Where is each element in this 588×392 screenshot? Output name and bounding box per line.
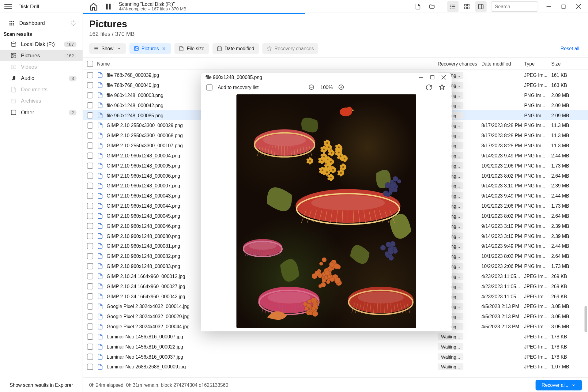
file-name: file 960x1248_000042.png <box>107 103 163 108</box>
sidebar-item-documents[interactable]: Documents <box>0 84 83 95</box>
file-size: 1.73 MB <box>551 263 583 269</box>
table-row[interactable]: Luminar Neo 1456x816_000007.jpgWaiting..… <box>83 331 588 341</box>
row-checkbox[interactable] <box>87 213 93 219</box>
row-checkbox[interactable] <box>87 313 93 319</box>
sliders-icon <box>93 46 99 51</box>
pause-button[interactable] <box>104 2 113 11</box>
sidebar-item-pictures[interactable]: Pictures162 <box>0 50 83 61</box>
date-modified: 9/14/2023 3:10 PM <box>481 223 524 228</box>
zoom-out-button[interactable] <box>307 83 316 92</box>
preview-minimize[interactable] <box>417 73 425 82</box>
file-size: 3.05 MB <box>551 324 583 329</box>
row-checkbox[interactable] <box>87 353 93 360</box>
window-maximize[interactable] <box>557 1 570 12</box>
table-row[interactable]: Luminar Neo 1456x816_000037.jpgWaiting..… <box>83 352 588 362</box>
col-size[interactable]: Size <box>551 61 583 66</box>
sidebar-item-videos[interactable]: Videos <box>0 61 83 73</box>
recovery-status: Waiting... <box>438 353 464 360</box>
scrollbar[interactable] <box>585 306 587 332</box>
reset-filters[interactable]: Reset all <box>560 46 582 51</box>
toolbar-file-button[interactable] <box>412 1 424 12</box>
svg-point-377 <box>340 155 341 157</box>
row-checkbox[interactable] <box>87 142 93 149</box>
row-checkbox[interactable] <box>87 152 93 158</box>
filter-filesize[interactable]: File size <box>175 43 209 54</box>
filter-pictures[interactable]: Pictures <box>129 43 171 54</box>
row-checkbox[interactable] <box>87 112 93 118</box>
svg-point-35 <box>14 79 15 80</box>
row-checkbox[interactable] <box>87 323 93 330</box>
col-name[interactable]: Name↓ <box>97 61 438 66</box>
row-checkbox[interactable] <box>87 132 93 138</box>
file-name: GIMP 2.10 2550x3300_000068.png <box>107 133 183 138</box>
row-checkbox[interactable] <box>87 293 93 299</box>
row-checkbox[interactable] <box>87 253 93 259</box>
col-type[interactable]: Type <box>524 61 552 66</box>
view-grid-button[interactable] <box>461 1 473 12</box>
row-checkbox[interactable] <box>87 72 93 78</box>
row-checkbox[interactable] <box>87 203 93 209</box>
show-in-explorer[interactable]: Show scan results in Explorer <box>0 378 83 392</box>
row-checkbox[interactable] <box>87 183 93 189</box>
row-checkbox[interactable] <box>87 364 93 370</box>
row-checkbox[interactable] <box>87 333 93 339</box>
row-checkbox[interactable] <box>87 283 93 289</box>
row-checkbox[interactable] <box>87 223 93 229</box>
svg-point-31 <box>12 54 13 55</box>
file-size: 1.07 MB <box>551 364 583 369</box>
sidebar-item-other[interactable]: Other2 <box>0 107 83 118</box>
svg-point-409 <box>347 107 352 112</box>
preview-window[interactable]: file 960x1248_000085.png Add to recovery… <box>201 73 452 331</box>
filter-recovery[interactable]: Recovery chances <box>262 43 318 54</box>
select-all-checkbox[interactable] <box>87 61 93 67</box>
toolbar-folder-button[interactable] <box>426 1 438 12</box>
row-checkbox[interactable] <box>87 233 93 239</box>
col-date[interactable]: Date modified <box>481 61 524 66</box>
menu-button[interactable] <box>4 2 12 10</box>
row-checkbox[interactable] <box>87 92 93 98</box>
svg-point-205 <box>322 257 326 262</box>
file-type: JPEG Im... <box>524 72 552 77</box>
pin-button[interactable] <box>438 83 447 92</box>
sidebar-item-archives[interactable]: Archives <box>0 95 83 107</box>
date-modified: 9/14/2023 3:10 PM <box>481 233 524 239</box>
window-close[interactable] <box>572 1 585 12</box>
view-list-button[interactable] <box>447 1 458 12</box>
view-preview-button[interactable] <box>475 1 487 12</box>
zoom-in-button[interactable] <box>337 83 346 92</box>
search-box[interactable] <box>491 1 538 12</box>
filter-date[interactable]: Date modified <box>212 43 258 54</box>
row-checkbox[interactable] <box>87 263 93 269</box>
sidebar-dashboard[interactable]: Dashboard <box>0 17 83 29</box>
row-checkbox[interactable] <box>87 102 93 108</box>
window-minimize[interactable] <box>543 1 555 12</box>
row-checkbox[interactable] <box>87 343 93 349</box>
file-type: JPEG Im... <box>524 284 552 289</box>
row-checkbox[interactable] <box>87 162 93 168</box>
recover-all-button[interactable]: Recover all... <box>535 380 582 390</box>
row-checkbox[interactable] <box>87 82 93 88</box>
row-checkbox[interactable] <box>87 303 93 309</box>
table-row[interactable]: Luminar Neo 2688x2688_000009.jpgWaiting.… <box>83 362 588 372</box>
svg-rect-28 <box>13 24 14 25</box>
file-type: PNG Im... <box>524 123 552 128</box>
table-row[interactable]: Luminar Neo 1456x816_000022.jpgWaiting..… <box>83 341 588 352</box>
rotate-button[interactable] <box>424 83 433 92</box>
preview-close[interactable] <box>439 73 448 82</box>
preview-maximize[interactable] <box>428 73 437 82</box>
home-button[interactable] <box>89 2 98 11</box>
add-recovery-checkbox[interactable] <box>206 84 213 90</box>
col-recovery[interactable]: Recovery chances <box>438 61 481 66</box>
row-checkbox[interactable] <box>87 193 93 199</box>
sidebar-item-local-disk-f-[interactable]: Local Disk (F:)167 <box>0 39 83 50</box>
row-checkbox[interactable] <box>87 273 93 279</box>
row-checkbox[interactable] <box>87 172 93 179</box>
row-checkbox[interactable] <box>87 243 93 249</box>
show-dropdown[interactable]: Show <box>89 43 126 54</box>
file-size: 3.05 MB <box>551 303 583 309</box>
file-name: GIMP 2.10 960x1248_000005.png <box>107 163 180 168</box>
sidebar-item-audio[interactable]: Audio3 <box>0 73 83 84</box>
row-checkbox[interactable] <box>87 122 93 128</box>
close-icon[interactable] <box>161 46 167 51</box>
svg-point-329 <box>338 146 340 148</box>
